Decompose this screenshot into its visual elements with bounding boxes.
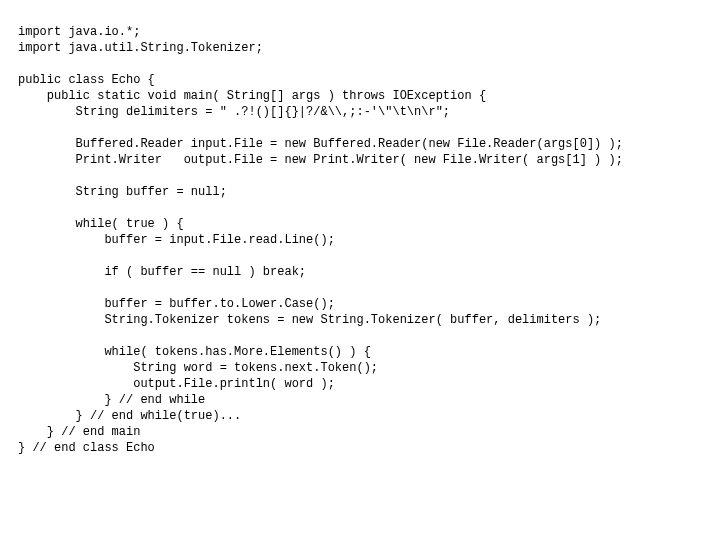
java-source-code: import java.io.*; import java.util.Strin… bbox=[0, 12, 720, 456]
